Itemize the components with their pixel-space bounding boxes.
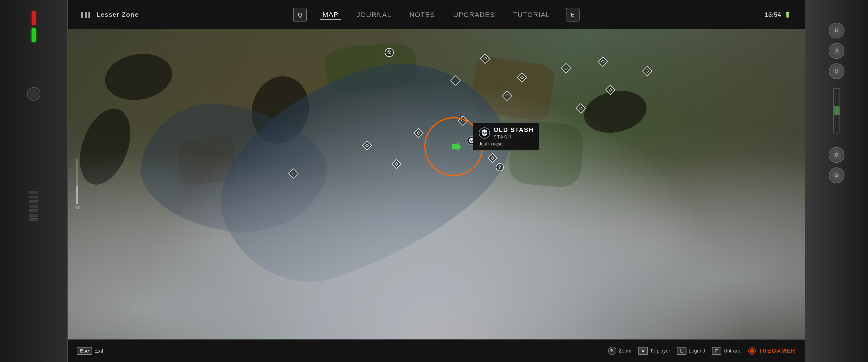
tab-tutorial[interactable]: Tutorial: [510, 10, 552, 20]
map-tooltip: 💀 OLD STASH STASH Just in case.: [473, 122, 539, 150]
status-lights: [32, 11, 36, 42]
green-light: [32, 28, 36, 42]
marker-diamond-8[interactable]: [451, 76, 460, 85]
top-bar: ▌▌▌ Lesser Zone Q Map Journal Notes Upgr…: [68, 0, 805, 29]
marker-diamond-5[interactable]: [643, 66, 652, 76]
legend-label: Legend: [689, 348, 705, 354]
zoom-label: ×2: [74, 205, 80, 210]
tooltip-description: Just in case.: [479, 141, 534, 147]
question-marker[interactable]: ?: [495, 163, 504, 172]
logo-text: THEGAMER: [758, 347, 796, 354]
button-c[interactable]: C: [829, 23, 844, 38]
esc-key[interactable]: Esc: [77, 347, 92, 355]
battery-icon: 🔋: [784, 11, 791, 18]
slider-handle: [834, 106, 839, 115]
action-to-player[interactable]: V To player: [638, 347, 670, 355]
exit-label: Exit: [94, 348, 103, 354]
zoom-indicator: ×2: [74, 159, 80, 210]
marker-diamond-12[interactable]: [363, 141, 372, 150]
tab-notes[interactable]: Notes: [407, 10, 437, 20]
time-display: 13:54: [765, 11, 781, 18]
action-untrack[interactable]: F Untrack: [712, 347, 741, 355]
untrack-label: Untrack: [723, 348, 741, 354]
bottom-right: 🔍 Zoom V To player L Legend F Untrack: [608, 346, 796, 356]
action-zoom[interactable]: 🔍 Zoom: [608, 347, 631, 355]
button-j[interactable]: J: [829, 43, 844, 59]
logo-icon: [747, 346, 756, 356]
nav-tabs: Q Map Journal Notes Upgrades Tutorial E: [293, 8, 580, 22]
nav-key-e[interactable]: E: [566, 8, 579, 22]
zoom-bar: [76, 159, 78, 204]
marker-radiation[interactable]: ☢: [385, 48, 394, 57]
zoom-icon: 🔍: [608, 347, 616, 355]
tab-upgrades[interactable]: Upgrades: [451, 10, 497, 20]
marker-diamond-1[interactable]: [480, 54, 490, 63]
camera-lens: [27, 87, 40, 101]
button-s[interactable]: S: [829, 167, 844, 183]
marker-diamond-7[interactable]: [576, 104, 585, 113]
nav-key-q[interactable]: Q: [293, 8, 307, 22]
marker-diamond-9[interactable]: [502, 91, 512, 101]
button-m[interactable]: M: [829, 63, 844, 79]
marker-diamond-4[interactable]: [518, 73, 526, 82]
to-player-label: To player: [650, 348, 670, 354]
f-key: F: [712, 347, 721, 355]
tooltip-title: OLD STASH: [493, 126, 534, 134]
zoom-label-text: Zoom: [619, 348, 631, 354]
tooltip-subtitle: STASH: [493, 134, 534, 140]
zoom-fill: [76, 186, 78, 204]
top-left-info: ▌▌▌ Lesser Zone: [81, 11, 139, 18]
left-bumps: [29, 191, 38, 221]
l-key: L: [677, 347, 686, 355]
right-panel: C J M O S: [805, 0, 868, 362]
marker-diamond-14[interactable]: [392, 160, 401, 169]
zone-name: Lesser Zone: [96, 11, 139, 18]
action-legend[interactable]: L Legend: [677, 347, 705, 355]
main-content: ▌▌▌ Lesser Zone Q Map Journal Notes Upgr…: [68, 0, 805, 362]
marker-diamond-3[interactable]: [598, 57, 608, 66]
right-slider[interactable]: [833, 88, 840, 134]
signal-icon: ▌▌▌: [81, 12, 92, 18]
bottom-bar: Esc Exit 🔍 Zoom V To player L Legend F U…: [68, 339, 805, 362]
tooltip-icon: 💀: [479, 128, 490, 139]
button-o[interactable]: O: [829, 147, 844, 163]
bottom-left: Esc Exit: [77, 347, 103, 355]
marker-diamond-15[interactable]: [289, 169, 298, 178]
right-buttons: C J M: [829, 23, 844, 79]
marker-diamond-6[interactable]: [606, 85, 615, 94]
red-light: [32, 11, 36, 25]
tab-journal[interactable]: Journal: [354, 10, 394, 20]
map-area[interactable]: ×2 ☢: [68, 29, 805, 339]
v-key: V: [638, 347, 648, 355]
thegamer-logo: THEGAMER: [747, 346, 796, 356]
left-panel: [0, 0, 68, 362]
marker-diamond-2[interactable]: [561, 63, 570, 73]
right-buttons-lower: O S: [829, 147, 844, 183]
tab-map[interactable]: Map: [320, 9, 341, 20]
